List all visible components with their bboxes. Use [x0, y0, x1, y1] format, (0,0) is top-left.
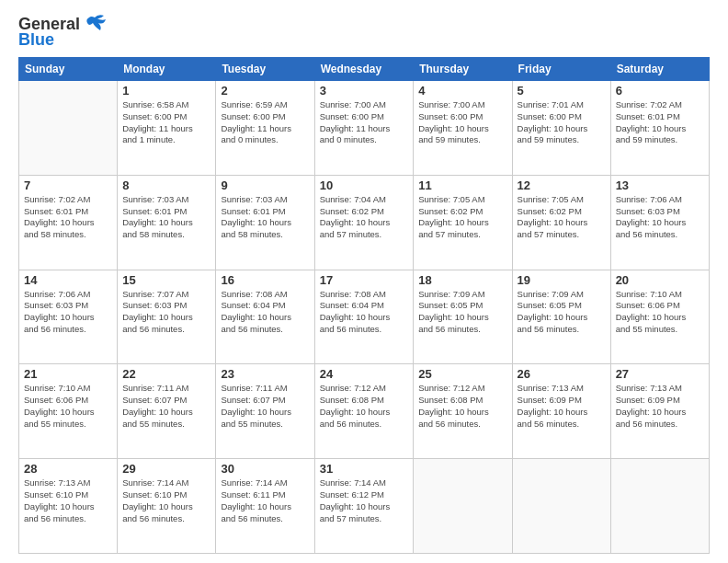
day-number: 14: [24, 273, 112, 287]
day-info: Sunrise: 7:01 AM Sunset: 6:00 PM Dayligh…: [518, 99, 606, 146]
logo-bird-icon: [82, 14, 108, 34]
day-number: 9: [221, 178, 309, 192]
day-info: Sunrise: 7:02 AM Sunset: 6:01 PM Dayligh…: [616, 99, 704, 146]
day-number: 31: [320, 462, 409, 476]
day-number: 20: [616, 273, 704, 287]
calendar-week-row: 21Sunrise: 7:10 AM Sunset: 6:06 PM Dayli…: [19, 364, 710, 459]
col-header-thursday: Thursday: [414, 58, 512, 81]
calendar-cell: 17Sunrise: 7:08 AM Sunset: 6:04 PM Dayli…: [314, 270, 414, 364]
calendar-cell: 11Sunrise: 7:05 AM Sunset: 6:02 PM Dayli…: [414, 175, 512, 270]
day-info: Sunrise: 7:05 AM Sunset: 6:02 PM Dayligh…: [418, 194, 506, 241]
calendar-cell: 30Sunrise: 7:14 AM Sunset: 6:11 PM Dayli…: [216, 459, 314, 554]
day-number: 4: [418, 84, 506, 98]
day-info: Sunrise: 7:09 AM Sunset: 6:05 PM Dayligh…: [518, 289, 606, 336]
calendar-cell: [19, 81, 118, 176]
day-info: Sunrise: 7:05 AM Sunset: 6:02 PM Dayligh…: [518, 194, 606, 241]
day-info: Sunrise: 7:07 AM Sunset: 6:03 PM Dayligh…: [122, 289, 210, 336]
day-info: Sunrise: 7:03 AM Sunset: 6:01 PM Dayligh…: [122, 194, 210, 241]
calendar-cell: 10Sunrise: 7:04 AM Sunset: 6:02 PM Dayli…: [314, 175, 414, 270]
day-number: 29: [122, 462, 210, 476]
calendar-cell: 25Sunrise: 7:12 AM Sunset: 6:08 PM Dayli…: [414, 364, 512, 459]
calendar-cell: 1Sunrise: 6:58 AM Sunset: 6:00 PM Daylig…: [118, 81, 216, 176]
col-header-sunday: Sunday: [19, 58, 118, 81]
calendar-cell: 2Sunrise: 6:59 AM Sunset: 6:00 PM Daylig…: [216, 81, 314, 176]
calendar-cell: 3Sunrise: 7:00 AM Sunset: 6:00 PM Daylig…: [314, 81, 414, 176]
day-number: 17: [320, 273, 409, 287]
day-info: Sunrise: 7:14 AM Sunset: 6:11 PM Dayligh…: [221, 477, 309, 524]
calendar-cell: [610, 459, 709, 554]
calendar-header-row: SundayMondayTuesdayWednesdayThursdayFrid…: [19, 58, 710, 81]
day-number: 11: [418, 178, 506, 192]
day-info: Sunrise: 7:03 AM Sunset: 6:01 PM Dayligh…: [221, 194, 309, 241]
calendar-cell: 9Sunrise: 7:03 AM Sunset: 6:01 PM Daylig…: [216, 175, 314, 270]
day-number: 16: [221, 273, 309, 287]
calendar-cell: 7Sunrise: 7:02 AM Sunset: 6:01 PM Daylig…: [19, 175, 118, 270]
calendar-cell: 16Sunrise: 7:08 AM Sunset: 6:04 PM Dayli…: [216, 270, 314, 364]
calendar-cell: 22Sunrise: 7:11 AM Sunset: 6:07 PM Dayli…: [118, 364, 216, 459]
day-number: 15: [122, 273, 210, 287]
day-number: 28: [24, 462, 112, 476]
calendar-cell: 19Sunrise: 7:09 AM Sunset: 6:05 PM Dayli…: [512, 270, 610, 364]
calendar-cell: 23Sunrise: 7:11 AM Sunset: 6:07 PM Dayli…: [216, 364, 314, 459]
calendar-cell: 24Sunrise: 7:12 AM Sunset: 6:08 PM Dayli…: [314, 364, 414, 459]
day-number: 7: [24, 178, 112, 192]
calendar-cell: 15Sunrise: 7:07 AM Sunset: 6:03 PM Dayli…: [118, 270, 216, 364]
calendar-cell: 13Sunrise: 7:06 AM Sunset: 6:03 PM Dayli…: [610, 175, 709, 270]
calendar-cell: 8Sunrise: 7:03 AM Sunset: 6:01 PM Daylig…: [118, 175, 216, 270]
day-number: 6: [616, 84, 704, 98]
day-number: 3: [320, 84, 409, 98]
calendar-cell: 14Sunrise: 7:06 AM Sunset: 6:03 PM Dayli…: [19, 270, 118, 364]
col-header-wednesday: Wednesday: [314, 58, 414, 81]
day-number: 10: [320, 178, 409, 192]
day-info: Sunrise: 7:06 AM Sunset: 6:03 PM Dayligh…: [24, 289, 112, 336]
calendar-table: SundayMondayTuesdayWednesdayThursdayFrid…: [18, 57, 710, 554]
day-number: 22: [122, 367, 210, 381]
day-info: Sunrise: 7:06 AM Sunset: 6:03 PM Dayligh…: [616, 194, 704, 241]
day-info: Sunrise: 7:13 AM Sunset: 6:10 PM Dayligh…: [24, 477, 112, 524]
calendar-cell: 18Sunrise: 7:09 AM Sunset: 6:05 PM Dayli…: [414, 270, 512, 364]
day-info: Sunrise: 7:13 AM Sunset: 6:09 PM Dayligh…: [518, 383, 606, 430]
calendar-week-row: 14Sunrise: 7:06 AM Sunset: 6:03 PM Dayli…: [19, 270, 710, 364]
day-number: 18: [418, 273, 506, 287]
logo: General Blue: [18, 15, 108, 50]
calendar-cell: [512, 459, 610, 554]
day-info: Sunrise: 7:12 AM Sunset: 6:08 PM Dayligh…: [320, 383, 409, 430]
col-header-tuesday: Tuesday: [216, 58, 314, 81]
calendar-cell: [414, 459, 512, 554]
day-info: Sunrise: 7:13 AM Sunset: 6:09 PM Dayligh…: [616, 383, 704, 430]
day-info: Sunrise: 7:12 AM Sunset: 6:08 PM Dayligh…: [418, 383, 506, 430]
page: General Blue SundayMondayTuesdayWednesda…: [0, 0, 728, 563]
day-info: Sunrise: 7:00 AM Sunset: 6:00 PM Dayligh…: [320, 99, 409, 146]
day-info: Sunrise: 6:58 AM Sunset: 6:00 PM Dayligh…: [122, 99, 210, 146]
day-number: 24: [320, 367, 409, 381]
day-info: Sunrise: 7:00 AM Sunset: 6:00 PM Dayligh…: [418, 99, 506, 146]
day-info: Sunrise: 7:11 AM Sunset: 6:07 PM Dayligh…: [221, 383, 309, 430]
calendar-cell: 31Sunrise: 7:14 AM Sunset: 6:12 PM Dayli…: [314, 459, 414, 554]
day-number: 13: [616, 178, 704, 192]
day-info: Sunrise: 7:08 AM Sunset: 6:04 PM Dayligh…: [320, 289, 409, 336]
day-info: Sunrise: 7:11 AM Sunset: 6:07 PM Dayligh…: [122, 383, 210, 430]
day-info: Sunrise: 7:04 AM Sunset: 6:02 PM Dayligh…: [320, 194, 409, 241]
calendar-cell: 20Sunrise: 7:10 AM Sunset: 6:06 PM Dayli…: [610, 270, 709, 364]
day-number: 26: [518, 367, 606, 381]
logo-blue-text: Blue: [18, 30, 54, 50]
calendar-cell: 12Sunrise: 7:05 AM Sunset: 6:02 PM Dayli…: [512, 175, 610, 270]
calendar-cell: 29Sunrise: 7:14 AM Sunset: 6:10 PM Dayli…: [118, 459, 216, 554]
day-number: 2: [221, 84, 309, 98]
day-number: 19: [518, 273, 606, 287]
day-info: Sunrise: 6:59 AM Sunset: 6:00 PM Dayligh…: [221, 99, 309, 146]
col-header-saturday: Saturday: [610, 58, 709, 81]
day-number: 25: [418, 367, 506, 381]
day-info: Sunrise: 7:10 AM Sunset: 6:06 PM Dayligh…: [24, 383, 112, 430]
day-number: 21: [24, 367, 112, 381]
calendar-cell: 28Sunrise: 7:13 AM Sunset: 6:10 PM Dayli…: [19, 459, 118, 554]
day-info: Sunrise: 7:08 AM Sunset: 6:04 PM Dayligh…: [221, 289, 309, 336]
calendar-cell: 6Sunrise: 7:02 AM Sunset: 6:01 PM Daylig…: [610, 81, 709, 176]
header: General Blue: [18, 15, 710, 50]
day-info: Sunrise: 7:10 AM Sunset: 6:06 PM Dayligh…: [616, 289, 704, 336]
day-info: Sunrise: 7:09 AM Sunset: 6:05 PM Dayligh…: [418, 289, 506, 336]
col-header-monday: Monday: [118, 58, 216, 81]
calendar-week-row: 28Sunrise: 7:13 AM Sunset: 6:10 PM Dayli…: [19, 459, 710, 554]
day-number: 23: [221, 367, 309, 381]
day-info: Sunrise: 7:14 AM Sunset: 6:10 PM Dayligh…: [122, 477, 210, 524]
